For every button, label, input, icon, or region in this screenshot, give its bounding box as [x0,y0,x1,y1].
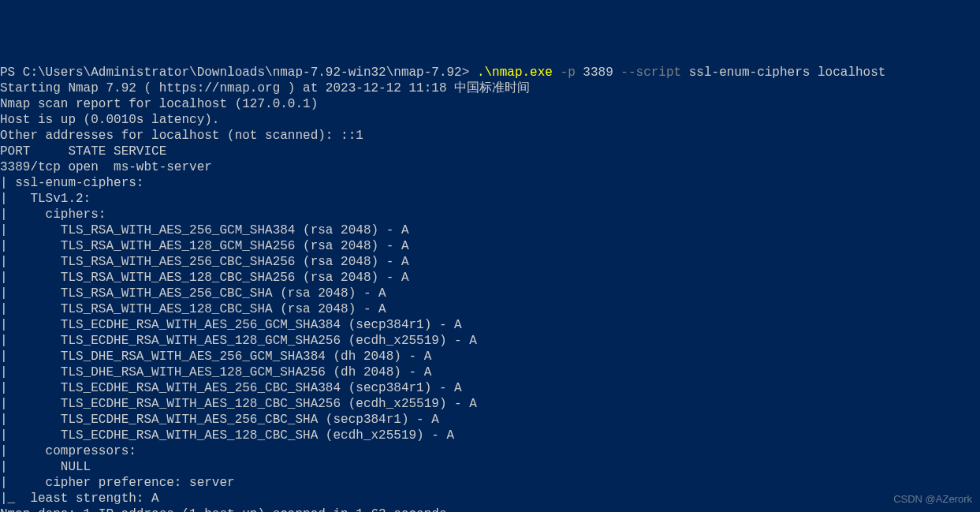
output-port-state: 3389/tcp open ms-wbt-server [0,159,980,175]
output-line: Starting Nmap 7.92 ( https://nmap.org ) … [0,80,980,96]
command-executable: .\nmap.exe [477,65,553,80]
ciphers-header: | ciphers: [0,207,980,222]
cipher-item: | TLS_RSA_WITH_AES_128_GCM_SHA256 (rsa 2… [0,238,980,254]
cipher-item: | TLS_RSA_WITH_AES_256_CBC_SHA256 (rsa 2… [0,254,980,270]
tls-version: | TLSv1.2: [0,191,980,207]
cipher-item: | TLS_ECDHE_RSA_WITH_AES_128_GCM_SHA256 … [0,333,980,349]
flag-script: --script [613,65,689,80]
output-line: Nmap scan report for localhost (127.0.0.… [0,96,980,112]
flag-p: -p [553,65,583,80]
cipher-item: | TLS_ECDHE_RSA_WITH_AES_256_GCM_SHA384 … [0,317,980,333]
output-header-port: PORT STATE SERVICE [0,144,980,159]
script-args: ssl-enum-ciphers localhost [689,65,886,80]
cipher-item: | TLS_DHE_RSA_WITH_AES_128_GCM_SHA256 (d… [0,364,980,380]
cipher-preference: | cipher preference: server [0,475,980,491]
cipher-item: | TLS_RSA_WITH_AES_128_CBC_SHA (rsa 2048… [0,301,980,317]
watermark: CSDN @AZerork [893,491,972,507]
compressor-item: | NULL [0,459,980,475]
command-line-1: PS C:\Users\Administrator\Downloads\nmap… [0,65,980,80]
script-output: | ssl-enum-ciphers: [0,175,980,191]
prompt-path: PS C:\Users\Administrator\Downloads\nmap… [0,65,477,80]
cipher-item: | TLS_ECDHE_RSA_WITH_AES_128_CBC_SHA (ec… [0,428,980,443]
cipher-item: | TLS_RSA_WITH_AES_256_GCM_SHA384 (rsa 2… [0,222,980,238]
cipher-item: | TLS_ECDHE_RSA_WITH_AES_128_CBC_SHA256 … [0,396,980,412]
cipher-item: | TLS_DHE_RSA_WITH_AES_256_GCM_SHA384 (d… [0,349,980,364]
nmap-done: Nmap done: 1 IP address (1 host up) scan… [0,506,980,512]
output-line: Other addresses for localhost (not scann… [0,128,980,144]
cipher-item: | TLS_ECDHE_RSA_WITH_AES_256_CBC_SHA (se… [0,412,980,428]
output-line: Host is up (0.0010s latency). [0,112,980,128]
cipher-item: | TLS_RSA_WITH_AES_128_CBC_SHA256 (rsa 2… [0,270,980,286]
compressors-header: | compressors: [0,443,980,459]
cipher-item: | TLS_ECDHE_RSA_WITH_AES_256_CBC_SHA384 … [0,380,980,396]
powershell-terminal[interactable]: PS C:\Users\Administrator\Downloads\nmap… [0,63,980,512]
port-arg: 3389 [583,65,613,80]
least-strength: |_ least strength: A [0,491,980,506]
cipher-item: | TLS_RSA_WITH_AES_256_CBC_SHA (rsa 2048… [0,286,980,301]
